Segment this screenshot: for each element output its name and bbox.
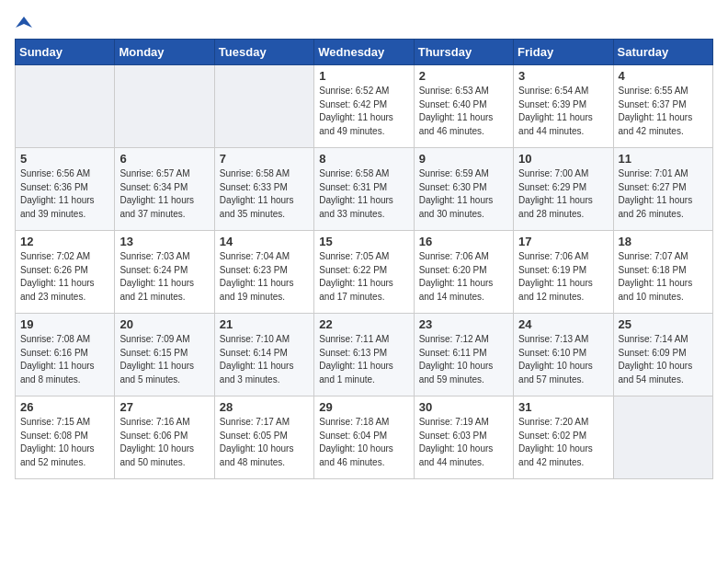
header-thursday: Thursday xyxy=(414,40,513,65)
day-cell: 5Sunrise: 6:56 AM Sunset: 6:36 PM Daylig… xyxy=(16,148,115,231)
day-info: Sunrise: 6:57 AM Sunset: 6:34 PM Dayligh… xyxy=(119,167,209,221)
day-number: 18 xyxy=(619,235,708,248)
day-cell: 11Sunrise: 7:01 AM Sunset: 6:27 PM Dayli… xyxy=(613,148,712,231)
day-number: 23 xyxy=(419,317,508,331)
day-cell: 15Sunrise: 7:05 AM Sunset: 6:22 PM Dayli… xyxy=(314,231,414,314)
day-cell: 8Sunrise: 6:58 AM Sunset: 6:31 PM Daylig… xyxy=(314,148,414,231)
header-wednesday: Wednesday xyxy=(314,40,414,65)
day-number: 6 xyxy=(119,152,209,166)
day-info: Sunrise: 7:06 AM Sunset: 6:19 PM Dayligh… xyxy=(518,250,608,304)
day-number: 7 xyxy=(220,152,309,166)
day-number: 13 xyxy=(119,235,209,248)
day-cell: 24Sunrise: 7:13 AM Sunset: 6:10 PM Dayli… xyxy=(514,314,613,396)
day-cell: 1Sunrise: 6:52 AM Sunset: 6:42 PM Daylig… xyxy=(314,65,414,148)
day-number: 28 xyxy=(220,400,309,414)
day-info: Sunrise: 7:18 AM Sunset: 6:04 PM Dayligh… xyxy=(319,416,408,469)
day-info: Sunrise: 7:16 AM Sunset: 6:06 PM Dayligh… xyxy=(119,416,209,469)
day-cell: 19Sunrise: 7:08 AM Sunset: 6:16 PM Dayli… xyxy=(16,314,115,396)
day-info: Sunrise: 7:05 AM Sunset: 6:22 PM Dayligh… xyxy=(319,250,408,304)
day-number: 27 xyxy=(119,400,209,414)
header-friday: Friday xyxy=(514,40,613,65)
logo-bird-icon xyxy=(16,15,32,31)
day-info: Sunrise: 7:02 AM Sunset: 6:26 PM Dayligh… xyxy=(20,250,109,304)
day-cell xyxy=(115,65,214,148)
day-number: 29 xyxy=(319,400,408,414)
day-cell: 2Sunrise: 6:53 AM Sunset: 6:40 PM Daylig… xyxy=(414,65,513,148)
day-cell: 27Sunrise: 7:16 AM Sunset: 6:06 PM Dayli… xyxy=(115,396,214,479)
day-cell: 12Sunrise: 7:02 AM Sunset: 6:26 PM Dayli… xyxy=(16,231,115,314)
day-number: 9 xyxy=(419,152,508,166)
day-number: 10 xyxy=(518,152,608,166)
day-number: 24 xyxy=(518,317,608,331)
day-info: Sunrise: 7:09 AM Sunset: 6:15 PM Dayligh… xyxy=(119,333,209,386)
day-info: Sunrise: 7:12 AM Sunset: 6:11 PM Dayligh… xyxy=(419,333,508,386)
day-number: 4 xyxy=(619,69,708,83)
day-number: 30 xyxy=(419,400,508,414)
day-cell xyxy=(16,65,115,148)
svg-marker-0 xyxy=(16,17,32,28)
page-header xyxy=(15,15,713,28)
day-cell: 18Sunrise: 7:07 AM Sunset: 6:18 PM Dayli… xyxy=(613,231,712,314)
day-cell: 22Sunrise: 7:11 AM Sunset: 6:13 PM Dayli… xyxy=(314,314,414,396)
day-number: 8 xyxy=(319,152,408,166)
day-number: 15 xyxy=(319,235,408,248)
day-info: Sunrise: 7:17 AM Sunset: 6:05 PM Dayligh… xyxy=(220,416,309,469)
day-info: Sunrise: 7:15 AM Sunset: 6:08 PM Dayligh… xyxy=(20,416,109,469)
day-number: 20 xyxy=(119,317,209,331)
header-tuesday: Tuesday xyxy=(214,40,313,65)
day-cell: 16Sunrise: 7:06 AM Sunset: 6:20 PM Dayli… xyxy=(414,231,513,314)
day-cell xyxy=(214,65,313,148)
day-number: 3 xyxy=(518,69,608,83)
logo xyxy=(15,15,33,28)
day-info: Sunrise: 6:56 AM Sunset: 6:36 PM Dayligh… xyxy=(20,167,109,221)
day-info: Sunrise: 7:04 AM Sunset: 6:23 PM Dayligh… xyxy=(220,250,309,304)
day-number: 5 xyxy=(20,152,109,166)
header-saturday: Saturday xyxy=(613,40,712,65)
day-cell: 30Sunrise: 7:19 AM Sunset: 6:03 PM Dayli… xyxy=(414,396,513,479)
day-info: Sunrise: 7:10 AM Sunset: 6:14 PM Dayligh… xyxy=(220,333,309,386)
header-monday: Monday xyxy=(115,40,214,65)
day-cell: 28Sunrise: 7:17 AM Sunset: 6:05 PM Dayli… xyxy=(214,396,313,479)
day-number: 1 xyxy=(319,69,408,83)
day-number: 17 xyxy=(518,235,608,248)
day-cell: 10Sunrise: 7:00 AM Sunset: 6:29 PM Dayli… xyxy=(514,148,613,231)
day-cell xyxy=(613,396,712,479)
day-info: Sunrise: 7:03 AM Sunset: 6:24 PM Dayligh… xyxy=(119,250,209,304)
header-sunday: Sunday xyxy=(16,40,115,65)
day-cell: 4Sunrise: 6:55 AM Sunset: 6:37 PM Daylig… xyxy=(613,65,712,148)
day-cell: 17Sunrise: 7:06 AM Sunset: 6:19 PM Dayli… xyxy=(514,231,613,314)
week-row-2: 5Sunrise: 6:56 AM Sunset: 6:36 PM Daylig… xyxy=(16,148,713,231)
day-number: 16 xyxy=(419,235,508,248)
day-info: Sunrise: 7:01 AM Sunset: 6:27 PM Dayligh… xyxy=(619,167,708,221)
day-number: 26 xyxy=(20,400,109,414)
day-number: 21 xyxy=(220,317,309,331)
day-info: Sunrise: 7:06 AM Sunset: 6:20 PM Dayligh… xyxy=(419,250,508,304)
day-info: Sunrise: 6:52 AM Sunset: 6:42 PM Dayligh… xyxy=(319,85,408,138)
day-cell: 3Sunrise: 6:54 AM Sunset: 6:39 PM Daylig… xyxy=(514,65,613,148)
day-info: Sunrise: 7:07 AM Sunset: 6:18 PM Dayligh… xyxy=(619,250,708,304)
day-info: Sunrise: 7:20 AM Sunset: 6:02 PM Dayligh… xyxy=(518,416,608,469)
week-row-5: 26Sunrise: 7:15 AM Sunset: 6:08 PM Dayli… xyxy=(16,396,713,479)
day-info: Sunrise: 7:11 AM Sunset: 6:13 PM Dayligh… xyxy=(319,333,408,386)
day-info: Sunrise: 6:58 AM Sunset: 6:33 PM Dayligh… xyxy=(220,167,309,221)
day-info: Sunrise: 7:00 AM Sunset: 6:29 PM Dayligh… xyxy=(518,167,608,221)
day-cell: 26Sunrise: 7:15 AM Sunset: 6:08 PM Dayli… xyxy=(16,396,115,479)
day-number: 11 xyxy=(619,152,708,166)
day-info: Sunrise: 6:58 AM Sunset: 6:31 PM Dayligh… xyxy=(319,167,408,221)
day-cell: 29Sunrise: 7:18 AM Sunset: 6:04 PM Dayli… xyxy=(314,396,414,479)
day-info: Sunrise: 6:53 AM Sunset: 6:40 PM Dayligh… xyxy=(419,85,508,138)
day-cell: 14Sunrise: 7:04 AM Sunset: 6:23 PM Dayli… xyxy=(214,231,313,314)
day-cell: 7Sunrise: 6:58 AM Sunset: 6:33 PM Daylig… xyxy=(214,148,313,231)
day-cell: 13Sunrise: 7:03 AM Sunset: 6:24 PM Dayli… xyxy=(115,231,214,314)
day-number: 14 xyxy=(220,235,309,248)
day-cell: 23Sunrise: 7:12 AM Sunset: 6:11 PM Dayli… xyxy=(414,314,513,396)
day-info: Sunrise: 6:59 AM Sunset: 6:30 PM Dayligh… xyxy=(419,167,508,221)
day-info: Sunrise: 7:14 AM Sunset: 6:09 PM Dayligh… xyxy=(619,333,708,386)
header-row: SundayMondayTuesdayWednesdayThursdayFrid… xyxy=(16,40,713,65)
week-row-4: 19Sunrise: 7:08 AM Sunset: 6:16 PM Dayli… xyxy=(16,314,713,396)
day-number: 31 xyxy=(518,400,608,414)
week-row-1: 1Sunrise: 6:52 AM Sunset: 6:42 PM Daylig… xyxy=(16,65,713,148)
day-cell: 25Sunrise: 7:14 AM Sunset: 6:09 PM Dayli… xyxy=(613,314,712,396)
day-number: 19 xyxy=(20,317,109,331)
calendar-table: SundayMondayTuesdayWednesdayThursdayFrid… xyxy=(15,39,713,479)
